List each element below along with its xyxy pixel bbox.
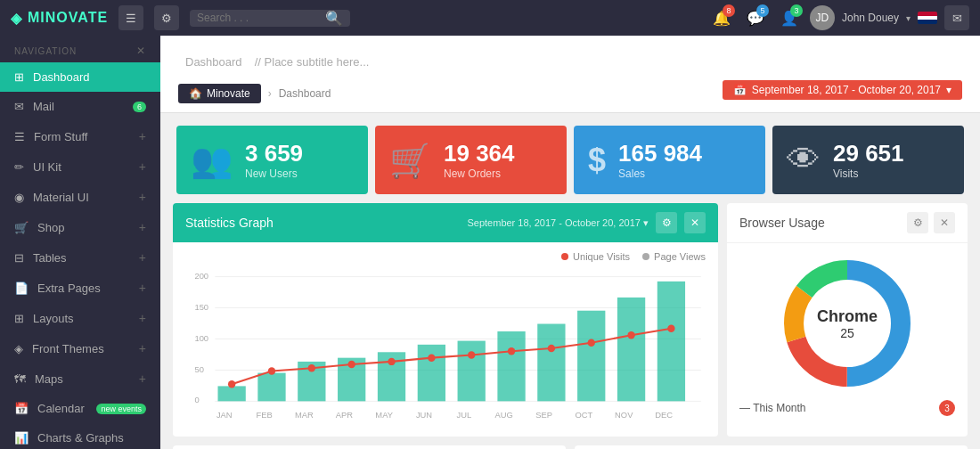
- expand-icon: +: [139, 190, 146, 204]
- svg-rect-16: [458, 341, 486, 402]
- nav-label-text: NAVIGATION: [14, 46, 77, 56]
- sidebar-item-layouts[interactable]: ⊞ Layouts +: [0, 303, 160, 333]
- sidebar-item-form-stuff[interactable]: ☰ Form Stuff +: [0, 121, 160, 151]
- svg-text:150: 150: [194, 302, 208, 312]
- flag-icon: [918, 12, 937, 24]
- sidebar-item-left: ⊟ Tables: [14, 251, 67, 265]
- breadcrumb-home[interactable]: 🏠 Minovate: [178, 84, 261, 103]
- donut-chart: Chrome 25: [776, 252, 919, 395]
- notification-chat[interactable]: 💬 5: [742, 4, 769, 31]
- sales-icon: $: [588, 142, 606, 179]
- stat-label-visits: Visits: [833, 167, 904, 180]
- sidebar-item-charts[interactable]: 📊 Charts & Graphs: [0, 423, 160, 449]
- themes-icon: ◈: [14, 342, 23, 355]
- search-bar: 🔍: [190, 10, 350, 27]
- page-subtitle: // Place subtitle here...: [255, 55, 370, 69]
- graph-header-right: September 18, 2017 - October 20, 2017 ▾ …: [467, 212, 706, 233]
- browser-close-button[interactable]: ✕: [934, 212, 955, 233]
- graph-settings-button[interactable]: ⚙: [656, 212, 677, 233]
- svg-text:NOV: NOV: [615, 410, 633, 420]
- legend-page-views: Page Views: [642, 251, 706, 262]
- svg-point-27: [428, 354, 435, 361]
- sidebar-item-mail[interactable]: ✉ Mail 6: [0, 92, 160, 121]
- browser-value: 25: [817, 326, 878, 340]
- stat-cards: 👥 3 659 New Users 🛒 19 364 New Orders $ …: [160, 113, 980, 203]
- expand-icon: +: [139, 281, 146, 295]
- menu-toggle-button[interactable]: ☰: [118, 5, 143, 30]
- sidebar-item-front-themes[interactable]: ◈ Front Themes +: [0, 333, 160, 363]
- sidebar-item-tables[interactable]: ⊟ Tables +: [0, 242, 160, 273]
- svg-point-29: [508, 347, 515, 355]
- sidebar-item-label: Shop: [37, 221, 64, 234]
- svg-point-31: [588, 339, 595, 346]
- maps-icon: 🗺: [14, 372, 26, 386]
- svg-point-33: [667, 325, 674, 332]
- layouts-icon: ⊞: [14, 312, 24, 325]
- content-header: Dashboard // Place subtitle here... 🏠 Mi…: [160, 36, 980, 113]
- users-icon: 👥: [191, 141, 233, 180]
- sidebar-item-left: ◈ Front Themes: [14, 342, 104, 355]
- breadcrumb-current: Dashboard: [279, 87, 331, 100]
- svg-point-23: [268, 367, 275, 374]
- page-title: Dashboard // Place subtitle here...: [178, 48, 962, 71]
- settings-icon[interactable]: ⚙: [154, 5, 179, 30]
- header-row2: 🏠 Minovate › Dashboard 📅 September 18, 2…: [178, 77, 962, 103]
- sidebar-item-left: 🗺 Maps: [14, 372, 63, 386]
- mail-icon: ✉: [14, 100, 24, 113]
- stat-label-users: New Users: [245, 167, 303, 180]
- graph-header: Statistics Graph September 18, 2017 - Oc…: [173, 203, 718, 242]
- svg-rect-21: [657, 282, 685, 401]
- sidebar-item-label: Material UI: [33, 191, 89, 204]
- user-name[interactable]: John Douey: [842, 12, 899, 24]
- svg-point-30: [548, 345, 555, 352]
- avatar: JD: [810, 5, 835, 30]
- material-icon: ◉: [14, 191, 24, 204]
- stat-label-sales: Sales: [618, 167, 702, 180]
- date-range-picker[interactable]: 📅 September 18, 2017 - October 20, 2017 …: [723, 80, 962, 100]
- notification-user[interactable]: 👤 3: [776, 4, 803, 31]
- svg-text:MAR: MAR: [295, 410, 314, 420]
- content: Dashboard // Place subtitle here... 🏠 Mi…: [160, 36, 980, 449]
- sidebar-item-calendar[interactable]: 📅 Calendar new events: [0, 394, 160, 423]
- chart-legend: Unique Visits Page Views: [185, 251, 706, 262]
- expand-icon: +: [139, 250, 146, 265]
- ui-kit-icon: ✏: [14, 160, 24, 174]
- browser-settings-button[interactable]: ⚙: [907, 212, 928, 233]
- stat-card-sales: $ 165 984 Sales: [574, 126, 765, 194]
- sidebar-item-label: Calendar: [37, 402, 85, 415]
- breadcrumb-separator: ›: [268, 87, 272, 100]
- stat-info: 3 659 New Users: [245, 140, 303, 180]
- stat-value-sales: 165 984: [618, 140, 702, 167]
- sidebar-item-label: UI Kit: [33, 160, 61, 174]
- sidebar-item-ui-kit[interactable]: ✏ UI Kit +: [0, 151, 160, 182]
- dashboard-icon: ⊞: [14, 70, 24, 84]
- sidebar-item-dashboard[interactable]: ⊞ Dashboard: [0, 62, 160, 92]
- stat-value-orders: 19 364: [444, 140, 515, 167]
- orders-icon: 🛒: [389, 141, 431, 180]
- browser-name: Chrome: [817, 307, 878, 326]
- notification-bell[interactable]: 🔔 8: [708, 4, 735, 31]
- main-layout: NAVIGATION ✕ ⊞ Dashboard ✉ Mail 6 ☰ Form…: [0, 36, 980, 449]
- browser-usage-title: Browser Usage: [739, 216, 825, 230]
- sidebar-item-label: Layouts: [33, 312, 74, 325]
- sidebar-item-shop[interactable]: 🛒 Shop +: [0, 212, 160, 242]
- svg-rect-19: [577, 311, 605, 402]
- svg-point-25: [348, 361, 355, 368]
- sidebar-item-maps[interactable]: 🗺 Maps +: [0, 363, 160, 394]
- sidebar-item-material-ui[interactable]: ◉ Material UI +: [0, 182, 160, 212]
- browser-header: Browser Usage ⚙ ✕: [727, 203, 968, 243]
- search-icon: 🔍: [325, 10, 343, 27]
- expand-icon: +: [139, 311, 146, 325]
- svg-text:50: 50: [194, 363, 203, 373]
- sidebar-close-icon[interactable]: ✕: [136, 45, 146, 57]
- messages-icon-btn[interactable]: ✉: [944, 5, 969, 30]
- sidebar-item-extra-pages[interactable]: 📄 Extra Pages +: [0, 273, 160, 303]
- calendar-badge: new events: [96, 404, 146, 414]
- svg-rect-10: [218, 386, 246, 401]
- graph-close-button[interactable]: ✕: [684, 212, 706, 233]
- visitors-statistics-card: Visitors Statistics: [575, 445, 968, 449]
- stat-label-orders: New Orders: [444, 167, 515, 180]
- user-dropdown-icon[interactable]: ▾: [906, 13, 911, 23]
- search-input[interactable]: [197, 12, 320, 24]
- stat-info: 19 364 New Orders: [444, 140, 515, 180]
